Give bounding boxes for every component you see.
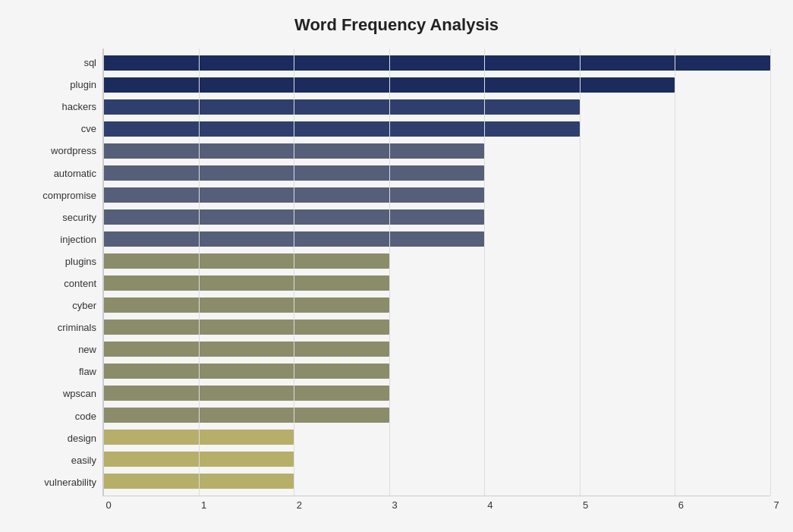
bar-row xyxy=(103,339,770,359)
bar-row xyxy=(103,427,770,447)
bar xyxy=(103,342,389,357)
bar-row xyxy=(103,295,770,315)
bar xyxy=(103,275,389,291)
bar xyxy=(103,386,389,401)
bar-row xyxy=(103,163,770,183)
bar xyxy=(103,364,389,379)
bar-row xyxy=(103,119,770,139)
x-tick: 7 xyxy=(773,499,779,511)
x-tick: 0 xyxy=(105,499,111,511)
bar-row xyxy=(103,97,770,117)
bar xyxy=(103,165,484,181)
y-label: content xyxy=(64,273,96,293)
bar xyxy=(103,430,294,445)
y-label: cyber xyxy=(72,296,96,316)
chart-title: Word Frequency Analysis xyxy=(23,15,770,35)
y-label: automatic xyxy=(54,163,96,183)
bar-row xyxy=(103,471,770,491)
x-tick: 1 xyxy=(201,499,206,511)
x-tick: 2 xyxy=(297,499,302,511)
bar xyxy=(103,452,294,467)
bar xyxy=(103,474,294,489)
x-tick: 6 xyxy=(678,499,684,511)
y-label: hackers xyxy=(61,97,96,117)
bar xyxy=(103,297,389,313)
chart-container: Word Frequency Analysis sqlpluginhackers… xyxy=(0,0,793,532)
bar xyxy=(103,55,770,71)
bar-row xyxy=(103,141,770,161)
y-label: design xyxy=(68,428,96,448)
bar xyxy=(103,187,484,203)
bar-row xyxy=(103,207,770,227)
y-label: criminals xyxy=(58,318,96,338)
bar-row xyxy=(103,361,770,381)
bar-row xyxy=(103,251,770,271)
y-label: plugins xyxy=(65,251,96,271)
bar-row xyxy=(103,317,770,337)
y-label: plugin xyxy=(70,75,96,95)
bar-row xyxy=(103,185,770,205)
bar xyxy=(103,253,389,269)
y-label: code xyxy=(75,406,96,426)
bar xyxy=(103,121,580,137)
bar-row xyxy=(103,405,770,425)
bar-row xyxy=(103,75,770,95)
y-label: wpscan xyxy=(63,384,96,404)
y-label: cve xyxy=(81,119,96,139)
bar xyxy=(103,143,484,159)
bar xyxy=(103,408,389,423)
x-tick: 5 xyxy=(583,499,588,511)
y-label: injection xyxy=(60,229,96,249)
bar-row xyxy=(103,229,770,249)
y-label: easily xyxy=(71,450,96,470)
y-label: vulnerability xyxy=(44,472,96,492)
bar-row xyxy=(103,383,770,403)
y-label: compromise xyxy=(42,185,96,205)
grid-line xyxy=(770,49,771,496)
y-label: security xyxy=(62,207,96,227)
x-tick: 4 xyxy=(487,499,492,511)
bar xyxy=(103,77,675,93)
bar xyxy=(103,320,389,335)
x-tick: 3 xyxy=(392,499,398,511)
bar-row xyxy=(103,53,770,73)
bar-row xyxy=(103,449,770,469)
bar-row xyxy=(103,273,770,293)
y-label: sql xyxy=(83,53,96,73)
y-label: flaw xyxy=(79,362,96,382)
chart-area: sqlpluginhackerscvewordpressautomaticcom… xyxy=(23,49,770,496)
bar xyxy=(103,99,580,115)
y-axis: sqlpluginhackerscvewordpressautomaticcom… xyxy=(23,49,102,496)
bar xyxy=(103,231,484,247)
y-label: new xyxy=(78,340,96,360)
plot-area xyxy=(102,49,770,496)
y-label: wordpress xyxy=(51,141,96,161)
bar xyxy=(103,209,484,225)
